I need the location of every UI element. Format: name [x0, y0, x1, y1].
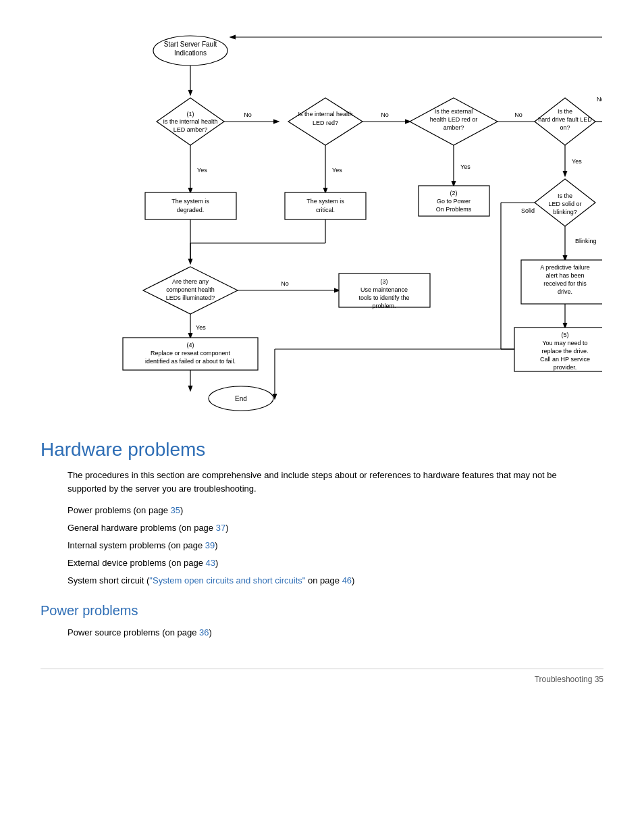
- power-heading: Power problems: [41, 603, 603, 619]
- svg-text:LEDs illuminated?: LEDs illuminated?: [166, 294, 215, 301]
- svg-text:Use maintenance: Use maintenance: [360, 286, 408, 293]
- svg-text:Is the internal health: Is the internal health: [298, 111, 352, 118]
- svg-text:(1): (1): [187, 111, 194, 118]
- link-general-hardware: General hardware problems (on page 37): [68, 519, 603, 537]
- svg-text:On Problems: On Problems: [436, 206, 472, 213]
- svg-text:LED red?: LED red?: [313, 120, 338, 126]
- svg-text:Is the: Is the: [558, 108, 572, 115]
- svg-text:Yes: Yes: [196, 324, 206, 331]
- link-short-circuit: System short circuit ("System open circu…: [68, 572, 603, 590]
- svg-text:Yes: Yes: [332, 167, 342, 174]
- link-internal-system: Internal system problems (on page 39): [68, 537, 603, 554]
- svg-text:Indications: Indications: [174, 49, 207, 57]
- svg-text:hard drive fault LED: hard drive fault LED: [538, 116, 592, 123]
- svg-text:drive.: drive.: [558, 288, 572, 295]
- svg-text:(5): (5): [562, 332, 569, 338]
- svg-text:No: No: [381, 111, 389, 118]
- svg-rect-22: [285, 192, 366, 219]
- svg-text:(3): (3): [381, 278, 388, 285]
- svg-text:degraded.: degraded.: [177, 207, 205, 213]
- hardware-problems-section: Hardware problems The procedures in this…: [41, 439, 603, 590]
- svg-text:(4): (4): [187, 342, 194, 348]
- svg-text:Is the external: Is the external: [435, 108, 473, 115]
- svg-text:received for this: received for this: [543, 280, 587, 287]
- svg-text:Start Server Fault: Start Server Fault: [164, 41, 217, 48]
- svg-text:End: End: [235, 395, 247, 402]
- svg-text:Are there any: Are there any: [172, 278, 209, 285]
- svg-text:Is the: Is the: [558, 192, 572, 199]
- svg-text:amber?: amber?: [444, 124, 464, 131]
- power-problems-section: Power problems Power source problems (on…: [41, 603, 603, 642]
- svg-text:Is the internal health: Is the internal health: [163, 118, 217, 125]
- flowchart-diagram: Start Server Fault Indications (1) Is th…: [42, 14, 602, 419]
- svg-text:provider.: provider.: [554, 364, 577, 371]
- svg-text:critical.: critical.: [316, 207, 335, 213]
- svg-text:on?: on?: [560, 124, 570, 131]
- link-external-device: External device problems (on page 43): [68, 554, 603, 572]
- page-footer: Troubleshooting 35: [41, 669, 603, 684]
- svg-text:tools to identify the: tools to identify the: [358, 294, 409, 301]
- hardware-heading: Hardware problems: [41, 439, 603, 461]
- svg-text:alert has been: alert has been: [545, 272, 584, 279]
- link-external-device-page[interactable]: 43: [206, 558, 215, 568]
- link-short-circuit-text[interactable]: "System open circuits and short circuits…: [149, 575, 305, 585]
- link-power-source: Power source problems (on page 36): [68, 624, 603, 642]
- svg-text:LED solid or: LED solid or: [548, 201, 581, 207]
- hardware-description: The procedures in this section are compr…: [68, 469, 574, 495]
- svg-text:component health: component health: [166, 286, 215, 293]
- svg-text:A predictive failure: A predictive failure: [540, 264, 590, 271]
- svg-text:Yes: Yes: [460, 163, 471, 170]
- svg-text:Yes: Yes: [197, 167, 207, 174]
- svg-text:identified as failed or about : identified as failed or about to fail.: [145, 358, 236, 365]
- svg-text:health LED red or: health LED red or: [430, 116, 478, 123]
- svg-text:Solid: Solid: [521, 207, 535, 214]
- svg-text:No: No: [514, 111, 522, 118]
- flowchart-svg: Start Server Fault Indications (1) Is th…: [42, 14, 602, 419]
- svg-text:replace the drive.: replace the drive.: [541, 348, 588, 355]
- link-general-hardware-page[interactable]: 37: [216, 523, 225, 533]
- svg-text:Replace or reseat component: Replace or reseat component: [151, 350, 231, 357]
- link-short-circuit-page[interactable]: 46: [342, 575, 352, 585]
- svg-rect-12: [145, 192, 236, 219]
- link-power-page[interactable]: 35: [170, 505, 180, 515]
- link-power-problems: Power problems (on page 35): [68, 502, 603, 519]
- svg-text:Go to Power: Go to Power: [437, 198, 471, 205]
- footer-text: Troubleshooting 35: [535, 675, 603, 684]
- svg-text:problem.: problem.: [372, 303, 396, 309]
- svg-text:The system is: The system is: [171, 198, 209, 205]
- link-internal-system-page[interactable]: 39: [205, 540, 215, 550]
- svg-text:Call an HP service: Call an HP service: [540, 356, 590, 363]
- svg-text:No: No: [244, 111, 252, 118]
- svg-text:blinking?: blinking?: [553, 209, 577, 215]
- svg-text:You may need to: You may need to: [542, 340, 587, 346]
- link-power-source-page[interactable]: 36: [199, 627, 209, 637]
- svg-text:No: No: [597, 96, 602, 103]
- svg-text:LED amber?: LED amber?: [173, 126, 208, 133]
- svg-text:(2): (2): [450, 190, 458, 197]
- svg-text:Yes: Yes: [572, 158, 582, 165]
- svg-text:The system is: The system is: [306, 198, 344, 205]
- svg-text:No: No: [281, 280, 289, 287]
- svg-text:Blinking: Blinking: [575, 238, 597, 244]
